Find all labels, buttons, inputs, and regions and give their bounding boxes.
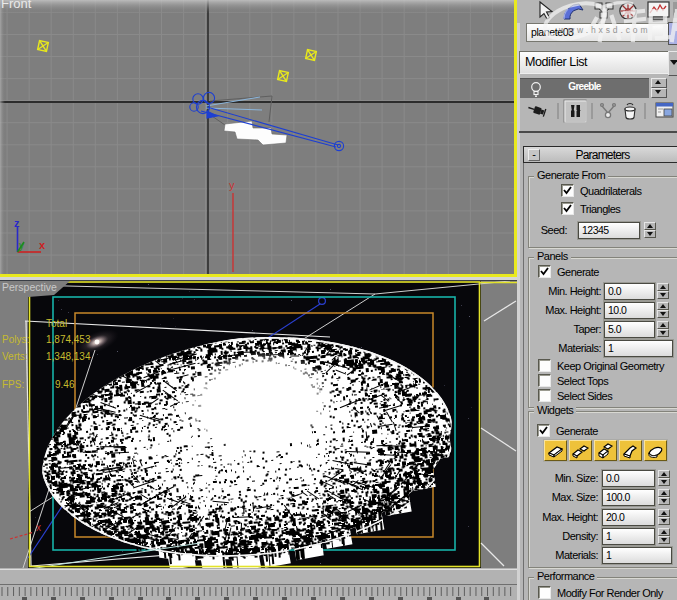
svg-text:Perspective: Perspective <box>2 281 57 293</box>
svg-text:Verts:: Verts: <box>2 351 28 362</box>
svg-text:x: x <box>36 522 41 533</box>
svg-text:FPS:: FPS: <box>2 379 24 390</box>
svg-text:Polys:: Polys: <box>2 334 29 345</box>
svg-text:y: y <box>19 240 24 251</box>
svg-text:x: x <box>39 239 46 251</box>
svg-text:1,874,453: 1,874,453 <box>46 334 91 345</box>
svg-text:Total: Total <box>46 318 67 329</box>
svg-text:1,348,134: 1,348,134 <box>46 351 91 362</box>
svg-text:y: y <box>229 179 235 191</box>
svg-text:9.46: 9.46 <box>55 379 75 390</box>
svg-text:www.hxsd.com: www.hxsd.com <box>558 25 650 35</box>
svg-text:z: z <box>14 217 20 229</box>
svg-text:Front: Front <box>1 0 32 11</box>
